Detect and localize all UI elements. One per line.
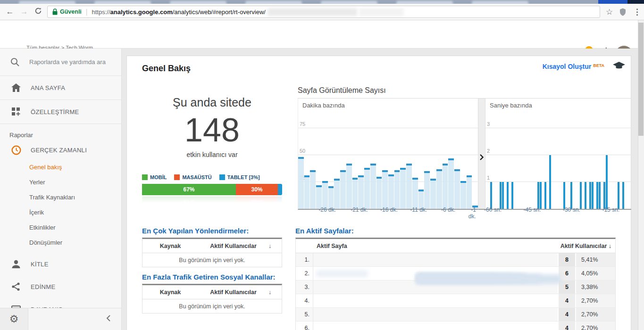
legend-item-tablet: TABLET [3%] — [219, 174, 260, 180]
sidebar-subitem-overview[interactable]: Genel bakış — [0, 159, 121, 174]
toolbar-right-icons: ☆ ⋮ — [606, 7, 641, 17]
column-active-page[interactable]: Aktif Sayfa — [296, 243, 560, 249]
lock-icon — [52, 8, 58, 15]
refresh-icon[interactable] — [31, 7, 45, 17]
top-referrals-heading[interactable]: En Çok Yapılan Yönlendirmeler: — [142, 226, 282, 236]
shortcut-label: Kısayol Oluştur — [543, 63, 591, 70]
table-header-row: Kaynak Aktif Kullanıcılar ↓ — [142, 285, 282, 299]
chart-subtitle: Saniye bazında — [490, 102, 532, 109]
chevron-left-icon — [106, 315, 111, 322]
chart-bar — [328, 186, 334, 209]
row-rank: 3. — [296, 280, 313, 294]
chevron-right-icon — [480, 154, 484, 160]
chart-bar — [316, 185, 322, 209]
top-social-heading[interactable]: En Fazla Trafik Getiren Sosyal Kanallar: — [142, 272, 282, 282]
table-row[interactable]: 6. 4 2,70% — [296, 322, 615, 330]
x-tick-label: -1 dk. — [468, 207, 476, 220]
sort-desc-icon: ↓ — [609, 243, 611, 249]
browser-tab-strip — [0, 0, 644, 4]
x-tick-label: -21 dk. — [351, 207, 368, 214]
right-now-heading: Şu anda sitede — [142, 96, 282, 109]
chart-bar — [352, 178, 358, 209]
chart-bar — [618, 182, 619, 209]
browser-menu-icon[interactable]: ⋮ — [633, 7, 641, 17]
forward-icon[interactable]: → — [17, 7, 31, 16]
chart-bar — [606, 155, 608, 209]
chart-bar — [370, 164, 376, 209]
tab-ghost-active — [598, 0, 627, 4]
chart-bar — [418, 190, 424, 209]
chart-bar — [537, 182, 539, 209]
row-page-redacted — [313, 322, 558, 330]
security-indicator[interactable]: Güvenli — [52, 8, 82, 15]
url-path: /analytics/web/#report/rt-overview/ — [173, 8, 266, 16]
sidebar-search[interactable]: Raporlarda ve yardımda ara — [0, 49, 121, 76]
pageviews-per-second-chart: Saniye bazında 123 -60 sn.-45 sn.-30 sn.… — [485, 99, 631, 210]
bookmark-star-icon[interactable]: ☆ — [606, 7, 613, 17]
sidebar-item-audience[interactable]: KİTLE — [0, 253, 121, 275]
legend-label: MASAÜSTÜ — [182, 174, 211, 180]
active-pages-heading[interactable]: En Aktif Sayfalar: — [295, 226, 616, 236]
device-split-bar: 67%30% — [142, 184, 282, 195]
no-data-message: Bu görünüm için veri yok. — [142, 299, 282, 314]
device-segment: 67% — [142, 184, 236, 195]
chart-bar — [511, 182, 513, 209]
legend-label: MOBİL — [150, 174, 167, 180]
chart-bar — [454, 169, 460, 209]
app-header: Tüm hesaplar > Tech Worm Tüm Web Sitesi … — [0, 20, 644, 49]
sidebar-item-label: ANA SAYFA — [31, 84, 65, 91]
chart-expander[interactable] — [478, 99, 485, 210]
sort-desc-icon[interactable]: ↓ — [268, 289, 282, 296]
chart-bar — [346, 164, 352, 209]
sidebar-subitem-events[interactable]: Etkinlikler — [0, 220, 121, 235]
column-active-users[interactable]: Aktif Kullanıcılar — [198, 243, 268, 249]
report-card: Genel Bakış Kısayol Oluştur BETA Şu anda… — [126, 56, 631, 330]
sidebar-item-customization[interactable]: ÖZELLEŞTİRME — [0, 100, 121, 124]
legend-swatch-desktop — [174, 174, 180, 180]
column-source[interactable]: Kaynak — [142, 243, 198, 249]
sidebar-subitem-locations[interactable]: Yerler — [0, 174, 121, 190]
table-row[interactable]: 1. 8 5,41% — [296, 253, 615, 267]
sidebar-item-home[interactable]: ANA SAYFA — [0, 76, 121, 100]
sort-desc-icon[interactable]: ↓ — [268, 243, 282, 249]
create-shortcut-button[interactable]: Kısayol Oluştur BETA — [543, 63, 625, 70]
row-percent: 2,70% — [575, 322, 615, 330]
back-icon[interactable]: ← — [3, 7, 17, 16]
row-rank: 5. — [296, 308, 313, 321]
chart-bar — [448, 158, 454, 209]
column-source[interactable]: Kaynak — [142, 289, 198, 296]
x-tick-label: -15 sn. — [602, 207, 619, 214]
column-active-users[interactable]: Aktif Kullanıcılar ↓ — [560, 243, 615, 249]
redacted-url — [417, 274, 523, 281]
chart-bar — [430, 179, 436, 209]
no-data-message: Bu görünüm için veri yok. — [142, 253, 282, 267]
shield-icon[interactable] — [619, 8, 626, 16]
sidebar-item-realtime[interactable]: GERÇEK ZAMANLI — [0, 140, 121, 159]
sidebar-subitem-traffic-sources[interactable]: Trafik Kaynakları — [0, 190, 121, 205]
device-bar-reflection: 67%30% — [142, 196, 282, 204]
url-bar[interactable]: Güvenli | https://analytics.google.com/a… — [47, 6, 600, 18]
chart-bar — [592, 182, 594, 209]
chart-bar — [298, 157, 304, 209]
sidebar-collapse-button[interactable] — [106, 315, 111, 323]
column-active-users[interactable]: Aktif Kullanıcılar — [198, 289, 268, 296]
chart-bar — [334, 179, 340, 209]
x-tick-label: -45 sn. — [524, 207, 541, 214]
scrollbar-thumb[interactable] — [638, 23, 644, 136]
sidebar-subitem-content[interactable]: İçerik — [0, 205, 121, 220]
sidebar-subitem-conversions[interactable]: Dönüşümler — [0, 235, 121, 250]
admin-gear-button[interactable]: ⚙ — [0, 308, 28, 330]
chart-bar — [490, 182, 492, 209]
table-row[interactable]: 5. 4 2,70% — [296, 308, 615, 322]
sidebar-item-label: EDİNME — [31, 283, 55, 290]
chart-bar — [570, 182, 572, 209]
page-scrollbar[interactable] — [638, 20, 644, 330]
row-rank: 4. — [296, 294, 313, 307]
chart-bar — [563, 182, 565, 209]
sidebar-item-label: GERÇEK ZAMANLI — [31, 147, 87, 154]
education-cap-icon[interactable] — [613, 62, 625, 70]
sidebar-item-acquisition[interactable]: EDİNME — [0, 275, 121, 298]
chart-bar — [599, 182, 601, 209]
table-row[interactable]: 4. 4 2,70% — [296, 294, 615, 308]
sidebar: Raporlarda ve yardımda ara ANA SAYFA ÖZE… — [0, 49, 122, 330]
